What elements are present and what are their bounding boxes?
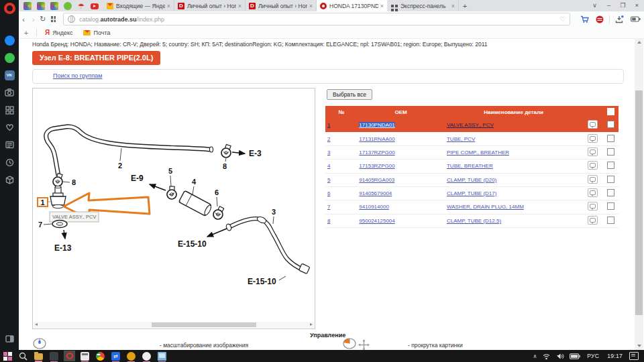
file-explorer-icon[interactable] [34,353,43,360]
row-number-link[interactable]: 8 [327,218,330,224]
oem-link[interactable]: 91405RGA003 [359,177,394,183]
row-checkbox[interactable] [607,176,614,183]
scroll-right-icon[interactable] [310,323,313,326]
diagram-horizontal-scrollbar[interactable] [34,322,314,328]
battery-icon[interactable] [570,353,580,359]
search-icon[interactable] [19,352,28,361]
opera-icon[interactable] [64,351,75,361]
pinned-tab-umbrella[interactable]: ☂ [77,2,85,10]
comment-icon[interactable] [588,188,598,197]
white-app-icon[interactable] [142,352,151,361]
row-checkbox[interactable] [607,162,614,169]
pinned-tab-youtube[interactable] [91,3,99,9]
row-number-link[interactable]: 2 [327,136,330,142]
clock[interactable]: 19:17 [607,353,623,359]
row-checkbox[interactable] [607,135,614,142]
downloads-icon[interactable] [615,15,624,23]
comment-icon[interactable] [588,120,598,129]
teamviewer-icon[interactable]: ⇄ [111,352,120,361]
forward-icon[interactable]: › [28,15,38,23]
row-checkbox[interactable] [607,202,614,210]
select-all-button[interactable]: Выбрать все [327,89,372,100]
maximize-button[interactable]: ❐ [616,0,630,11]
oem-link[interactable]: 17137RZPG00 [359,149,394,156]
row-number-link[interactable]: 1 [327,122,330,128]
messenger-icon[interactable] [3,34,15,46]
tab-drive2-2[interactable]: Личный опыт › Honda CR × [246,0,317,11]
row-checkbox[interactable] [607,148,614,156]
row-checkbox[interactable] [607,121,614,128]
part-name-link[interactable]: PIPE COMP., BREATHER [447,149,509,156]
news-icon[interactable] [3,139,15,151]
scroll-left-icon[interactable] [35,323,38,326]
bookmark-yandex[interactable]: Я Яндекс [45,29,72,36]
tab-express-panel[interactable]: Экспресс-панель × [388,0,459,11]
extensions-cube-icon[interactable] [3,174,15,186]
tab-close-icon[interactable]: × [167,3,170,9]
chrome-icon[interactable] [96,352,105,361]
row-checkbox[interactable] [607,217,614,224]
comment-icon[interactable] [588,161,598,170]
part-name-link[interactable]: CLAMP, TUBE (D12.5) [447,218,501,224]
comment-icon[interactable] [588,147,598,156]
scroll-down-icon[interactable] [637,345,641,347]
cart-icon[interactable] [580,15,589,23]
start-button[interactable] [3,352,12,361]
tray-expand-icon[interactable]: ∧ [533,353,537,359]
select-all-checkbox[interactable] [607,108,614,115]
comment-icon[interactable] [588,175,598,184]
add-bookmark-icon[interactable]: + [19,29,34,37]
window-app-icon[interactable] [158,352,166,361]
parts-diagram-panel[interactable]: 2 E-3 8 8 1 [32,88,315,329]
pinned-tab-green-app[interactable] [64,2,72,10]
pinned-tab-pixel-app-1[interactable] [23,2,32,10]
tab-drive2-1[interactable]: Личный опыт › Honda CR × [174,0,246,11]
scroll-up-icon[interactable] [637,41,641,44]
bookmark-mail[interactable]: Почта [83,29,110,36]
bookmark-heart-icon[interactable]: ♡ [559,15,566,23]
row-number-link[interactable]: 5 [327,177,330,183]
opera-logo[interactable] [4,3,15,14]
minimize-button[interactable]: – [602,0,616,11]
tab-close-icon[interactable]: × [451,3,455,9]
comment-icon[interactable] [588,202,598,210]
part-name-link[interactable]: TUBE, BREATHER [447,163,493,169]
oem-link[interactable]: 17130PNDA01 [359,122,394,128]
tab-honda-active[interactable]: HONDA 17130PNDA01 – × [317,0,388,11]
scrollbar-thumb[interactable] [635,90,643,315]
yellow-app-icon[interactable] [127,352,136,361]
pinned-tab-pixel-app-2[interactable] [37,2,45,10]
speed-dial-button[interactable] [51,16,56,22]
whatsapp-icon[interactable] [3,52,15,64]
tab-menu-icon[interactable]: ∨ [588,0,602,11]
comment-icon[interactable] [588,134,598,143]
history-clock-icon[interactable] [3,156,15,168]
sidebar-settings-icon[interactable] [3,333,15,345]
row-checkbox[interactable] [607,189,614,196]
dark-app-icon[interactable] [50,352,58,361]
address-bar[interactable]: catalog.autotrade.su/index.php ♡ [63,13,570,25]
tab-close-icon[interactable]: × [380,3,384,9]
vk-icon[interactable]: VK [3,69,15,81]
tab-close-icon[interactable]: × [238,3,241,9]
adblock-badge-icon[interactable] [596,15,604,23]
back-icon[interactable]: ‹ [19,15,28,23]
part-name-link[interactable]: WASHER, DRAIN PLUG, 14MM [447,204,524,210]
oem-link[interactable]: 17153RZPG00 [359,163,394,169]
row-number-link[interactable]: 4 [327,163,330,169]
tab-close-icon[interactable]: × [309,3,313,9]
group-search-link[interactable]: Поиск по группам [53,72,102,79]
camera-icon[interactable] [3,86,15,99]
pinned-tab-pixel-app-3[interactable] [50,2,58,10]
part-name-link[interactable]: CLAMP, TUBE (D17) [447,190,496,196]
oem-link[interactable]: 17131RNAA00 [359,136,394,142]
tab-yandex-mail[interactable]: Входящие — Яндекс.Поч × [103,0,174,11]
oem-link[interactable]: 91405679004 [359,190,392,196]
battery-saver-icon[interactable] [631,16,641,22]
calculator-icon[interactable] [80,352,89,361]
oem-link[interactable]: 9410914000 [359,204,389,210]
language-indicator[interactable]: РУС [587,353,599,359]
oem-link[interactable]: 950024125004 [359,218,394,224]
close-button[interactable]: × [630,0,644,11]
row-number-link[interactable]: 3 [327,149,330,156]
